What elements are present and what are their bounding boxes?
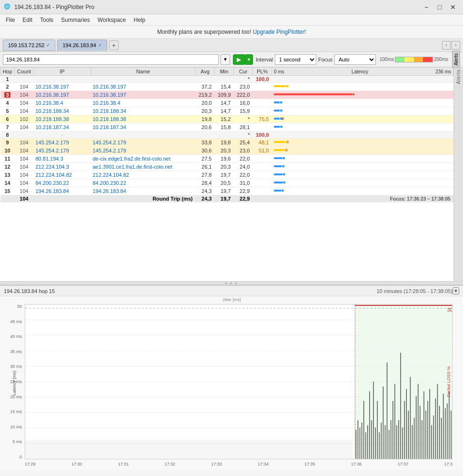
hop-num: 14 [0,179,15,187]
x-label-7: 17:35 [304,462,315,466]
hop-name[interactable]: 10.216.38.4 [91,99,196,107]
th-count: Count [15,68,34,76]
hop-name[interactable]: 145.254.2.179 [91,147,196,155]
hop-name[interactable]: 194.26.183.84 [91,187,196,195]
alerts-sidebar[interactable]: Alerts [453,67,463,281]
target-input[interactable] [3,54,219,65]
add-tab-button[interactable]: + [109,41,119,50]
resize-handle[interactable]: • • • [0,281,463,285]
hop-pl [253,171,272,179]
hop-ip[interactable]: 10.218.187.34 [34,123,91,132]
table-row: 310410.216.38.19710.216.38.197219,2109,9… [0,91,453,99]
menu-summaries[interactable]: Summaries [57,15,94,25]
hop-ip[interactable]: 10.218.188.34 [34,107,91,115]
jitter-label: Jitter [ms] [222,297,241,302]
hop-cur: * [234,132,253,139]
maximize-button[interactable]: □ [433,2,446,12]
interval-select[interactable]: 1 second 5 seconds 10 seconds 30 seconds… [275,54,316,65]
hop-ip[interactable]: 212.224.104.3 [34,163,91,171]
hop-ip[interactable]: 10.216.38.197 [34,83,91,91]
summary-row: 104 Round Trip (ms) 24,3 19,7 22,9 Focus… [0,195,453,203]
menu-edit[interactable]: Edit [19,15,36,25]
hop-cur: 15,9 [234,107,253,115]
chart-main-area: 30 Packet LOSS % [25,304,453,459]
hop-ip[interactable]: 212.224.104.82 [34,171,91,179]
hop-avg: 26,1 [196,163,215,171]
table-row: 1-*100,0 [0,76,453,83]
hop-avg [196,132,215,139]
hop-num: 8 [0,132,15,139]
summary-hop [0,195,15,203]
x-label-2: 17:30 [71,462,82,466]
hop-name[interactable]: de-cix.edge1.fra2.de.first-colo.net [91,155,196,163]
bottom-time: 10 minutes (17:28:05 - 17:38:05) [376,288,453,294]
hop-name[interactable]: 212.224.104.82 [91,171,196,179]
x-label-5: 17:33 [211,462,222,466]
hop-name[interactable]: 84.200.230.22 [91,179,196,187]
hop-latency [272,147,453,155]
hop-ip[interactable]: 10.216.38.197 [34,91,91,99]
hop-name[interactable]: 10.216.38.197 [91,91,196,99]
hop-name[interactable]: 10.218.188.38 [91,115,196,123]
table-row: 9104145.254.2.179145.254.2.17933,819,825… [0,139,453,147]
promo-link[interactable]: Upgrade PingPlotter! [253,29,306,35]
hop-min: 20,5 [215,179,234,187]
focus-select[interactable]: Auto Last 10 min Last 1 hour All [334,54,376,65]
route-table-container: Hop Count IP Name Avg Min Cur PL% 0 ms L… [0,67,453,281]
svg-point-7 [280,109,282,112]
menu-tools[interactable]: Tools [36,15,57,25]
menu-file[interactable]: File [2,15,19,25]
table-row: 510410.218.188.3410.218.188.3420,314,715… [0,107,453,115]
hop-pl [253,99,272,107]
hop-num: 13 [0,171,15,179]
hop-name[interactable]: 10.218.187.34 [91,123,196,132]
hop-count: 104 [15,123,34,132]
play-dropdown-button[interactable]: ▼ [245,54,253,65]
hop-avg: 28,4 [196,179,215,187]
hop-count: 102 [15,115,34,123]
menu-workspace[interactable]: Workspace [94,15,130,25]
svg-rect-43 [25,440,352,459]
target-dropdown-button[interactable]: ▼ [221,54,230,65]
hop-avg: 30,6 [196,147,215,155]
hop-pl: 48,1 [253,139,272,147]
tab-2[interactable]: 194.26.183.84 ✓ [57,40,107,51]
hop-ip[interactable]: 84.200.230.22 [34,179,91,187]
play-button[interactable]: ▶ [233,54,245,65]
hop-ip[interactable]: 80.81.194.3 [34,155,91,163]
alerts-tab-button[interactable]: Alerts [452,51,460,68]
hop-ip[interactable]: 145.254.2.179 [34,139,91,147]
bottom-section: 194.26.183.84 hop 15 10 minutes (17:28:0… [0,285,463,476]
hop-count: 104 [15,91,34,99]
hop-count: 104 [15,179,34,187]
nav-right-button[interactable]: › [452,41,460,50]
time-dropdown-button[interactable]: ▼ [453,287,459,294]
minimize-button[interactable]: − [420,2,433,12]
alerts-label: Alerts [456,69,461,84]
x-label-4: 17:32 [164,462,175,466]
summary-label: Round Trip (ms) [91,195,196,203]
hop-ip[interactable]: 145.254.2.179 [34,147,91,155]
hop-cur: 31,0 [234,179,253,187]
tab-1[interactable]: 159.153.72.252 ✓ [3,40,55,51]
hop-cur: 24,0 [234,163,253,171]
hop-count: 104 [15,107,34,115]
table-row: 12104212.224.104.3ae1.3901.ce1.fra1.de.f… [0,163,453,171]
hop-name[interactable]: ae1.3901.ce1.fra1.de.first-colo.net [91,163,196,171]
latency-label: Latency [352,69,368,74]
hop-ip[interactable]: 194.26.183.84 [34,187,91,195]
th-pl: PL% [253,68,272,76]
summary-cur: 22,9 [234,195,253,203]
hop-name[interactable]: 10.218.188.34 [91,107,196,115]
hop-name[interactable]: 145.254.2.179 [91,139,196,147]
hop-name[interactable]: 10.216.38.197 [91,83,196,91]
nav-left-button[interactable]: ‹ [442,41,451,50]
close-button[interactable]: ✕ [447,2,459,12]
hop-cur: 28,1 [234,123,253,132]
hop-ip[interactable]: 10.216.38.4 [34,99,91,107]
y-0: 0 [1,455,24,459]
hop-min: 15,2 [215,115,234,123]
hop-count: 104 [15,83,34,91]
menu-help[interactable]: Help [130,15,150,25]
hop-ip[interactable]: 10.218.188.38 [34,115,91,123]
